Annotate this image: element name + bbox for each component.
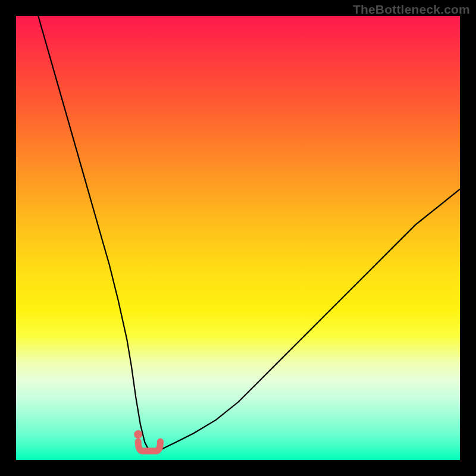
valley-marker [134, 430, 160, 451]
valley-dot [134, 430, 142, 439]
valley-bracket [138, 441, 160, 451]
bottleneck-curve [38, 16, 460, 451]
curve-path [38, 16, 460, 451]
chart-frame: TheBottleneck.com [0, 0, 476, 476]
curve-layer [16, 16, 460, 460]
plot-area [16, 16, 460, 460]
watermark-text: TheBottleneck.com [353, 2, 470, 17]
